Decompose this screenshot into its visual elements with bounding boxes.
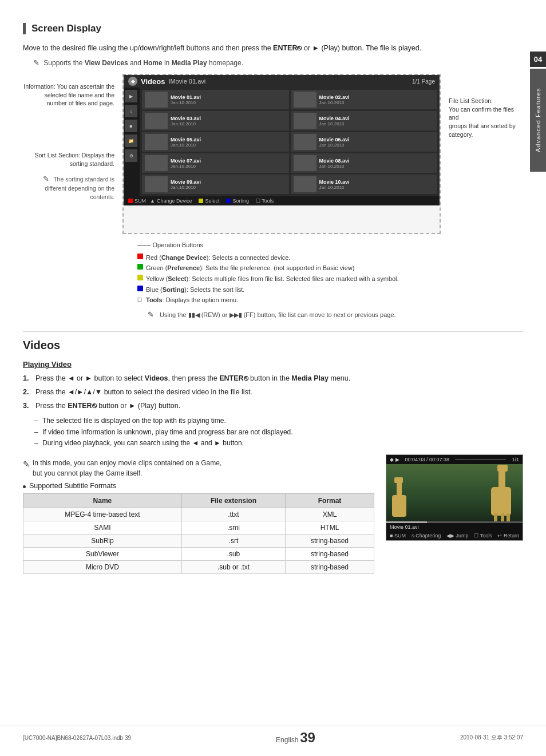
- tv-file-list: Movie 01.avi Jan.10.2010 Movie 02.avi Ja…: [140, 88, 440, 196]
- list-item: Movie 05.avi Jan.10.2010: [142, 132, 289, 152]
- bullet-2: If video time information is unknown, pl…: [34, 427, 523, 438]
- list-item: Movie 06.avi Jan.10.2010: [291, 132, 438, 152]
- bullet-3: During video playback, you can search us…: [34, 438, 523, 449]
- video-player-preview: ◆ ▶ 00:04:03 / 00:07:38 ────────────── 1…: [386, 454, 523, 574]
- videos-section: Videos Playing Video 1. Press the ◄ or ►…: [23, 339, 523, 574]
- op-item-red: Red (Change Device): Selects a connected…: [137, 252, 523, 263]
- table-cell: SAMI: [23, 521, 182, 535]
- giraffe-neck: [498, 470, 505, 490]
- file-thumbnail: [294, 92, 316, 108]
- screen-display-section: Screen Display Move to the desired file …: [23, 23, 523, 321]
- screen-display-intro: Move to the desired file using the up/do…: [23, 42, 523, 54]
- yellow-button-icon: [137, 275, 143, 280]
- annotation-sort-label: Sort List Section: Displays the sorting …: [35, 152, 114, 167]
- vp-progress-bar: [386, 521, 523, 523]
- bullet-1: The selected file is displayed on the to…: [34, 415, 523, 426]
- file-thumbnail: [294, 176, 316, 192]
- giraffe2-body: [392, 495, 406, 517]
- vp-icon: ◆ ▶: [390, 457, 399, 462]
- video-player-mock: ◆ ▶ 00:04:03 / 00:07:38 ────────────── 1…: [386, 454, 523, 541]
- giraffe-head: [497, 465, 508, 472]
- footer-file: [UC7000-NA]BN68-02627A-07L03.indb 39: [23, 735, 131, 741]
- tv-icon-video: ▶: [125, 90, 137, 102]
- tv-category-icons: ▶ ♫ ■ 📁 ⚙: [124, 88, 140, 196]
- giraffe-leg: [494, 513, 497, 521]
- annotation-file-list: File List Section:You can confirm the fi…: [449, 97, 516, 138]
- file-thumbnail: [294, 134, 316, 150]
- tv-icon-music: ♫: [125, 105, 137, 117]
- list-item: Movie 02.avi Jan.10.2010: [291, 90, 438, 109]
- vp-page: 1/1: [512, 457, 519, 462]
- table-header-extension: File extension: [181, 494, 285, 508]
- videos-lower-area: ✎ In this mode, you can enjoy movie clip…: [23, 454, 523, 574]
- list-item: Movie 10.avi Jan.10.2010: [291, 175, 438, 194]
- table-cell: .srt: [181, 535, 285, 548]
- giraffe-leg: [501, 513, 504, 521]
- file-thumbnail: [145, 155, 168, 171]
- tv-icon-folder: 📁: [125, 134, 137, 147]
- list-item: Movie 08.avi Jan.10.2010: [291, 153, 438, 173]
- list-item: Movie 01.avi Jan.10.2010: [142, 90, 289, 109]
- list-item: Movie 04.avi Jan.10.2010: [291, 111, 438, 130]
- list-item: Movie 07.avi Jan.10.2010: [142, 153, 289, 173]
- table-cell: .sub: [181, 548, 285, 561]
- tv-icon-photo: ■: [125, 120, 137, 132]
- vp-title-bar: Movie 01.avi: [386, 523, 523, 531]
- step-2: 2. Press the ◄/►/▲/▼ button to select th…: [23, 387, 523, 398]
- page-number: 39: [300, 730, 315, 745]
- tv-content-area: ▶ ♫ ■ 📁 ⚙ Movie 01.avi Jan.10.2010: [124, 88, 440, 196]
- op-note: ✎ Using the ▮▮◀ (REW) or ▶▶▮ (FF) button…: [148, 308, 523, 321]
- tv-current-file: IMovie 01.avi: [168, 78, 205, 85]
- table-row: SAMI .smi HTML: [23, 521, 374, 535]
- blue-button-icon: [137, 286, 143, 291]
- giraffe2-head: [394, 477, 403, 483]
- table-header-name: Name: [23, 494, 182, 508]
- table-cell: MPEG-4 time-based text: [23, 508, 182, 521]
- file-thumbnail: [294, 155, 316, 171]
- playing-video-steps: 1. Press the ◄ or ► button to select Vid…: [23, 373, 523, 411]
- step-3: 3. Press the ENTER⎋ button or ► (Play) b…: [23, 401, 523, 411]
- game-note: ✎ In this mode, you can enjoy movie clip…: [23, 458, 374, 478]
- table-cell: .sub or .txt: [181, 561, 285, 574]
- table-cell: string-based: [286, 548, 374, 561]
- table-cell: .ttxt: [181, 508, 285, 521]
- file-thumbnail: [145, 92, 168, 108]
- table-row: Micro DVD .sub or .txt string-based: [23, 561, 374, 574]
- tv-logo-icon: ◆: [128, 77, 137, 86]
- vp-screen: [386, 464, 523, 521]
- tv-icon-settings: ⚙: [125, 149, 137, 162]
- tv-ui-mock: ◆ Videos IMovie 01.avi 1/1 Page ▶ ♫ ■ 📁 …: [122, 74, 441, 234]
- tv-header: ◆ Videos IMovie 01.avi 1/1 Page: [124, 75, 440, 88]
- videos-title: Videos: [23, 339, 523, 352]
- table-row: MPEG-4 time-based text .ttxt XML: [23, 508, 374, 521]
- chapter-number: 04: [530, 52, 546, 67]
- operation-buttons-section: ─── Operation Buttons Red (Change Device…: [137, 240, 523, 321]
- section-divider: [23, 331, 523, 332]
- op-item-yellow: Yellow (Select): Selects multiple files …: [137, 274, 523, 284]
- footer-date: 2010-08-31 오후 3:52:07: [460, 734, 523, 742]
- table-cell: .smi: [181, 521, 285, 535]
- op-item-blue: Blue (Sorting): Selects the sort list.: [137, 284, 523, 295]
- page-footer: [UC7000-NA]BN68-02627A-07L03.indb 39 Eng…: [0, 726, 546, 746]
- page-lang: English: [276, 736, 298, 744]
- table-cell: string-based: [286, 535, 374, 548]
- right-annotation: File List Section:You can confirm the fi…: [449, 74, 523, 234]
- vp-giraffe-bg: [386, 464, 523, 521]
- screen-display-note: ✎ Supports the View Devices and Home in …: [33, 58, 523, 67]
- tv-section-title: Videos: [141, 77, 165, 86]
- vp-header: ◆ ▶ 00:04:03 / 00:07:38 ────────────── 1…: [386, 455, 523, 464]
- giraffe-leg: [507, 513, 510, 521]
- op-item-tools: ☐ Tools: Displays the option menu.: [137, 295, 523, 306]
- playing-video-bullets: The selected file is displayed on the to…: [34, 415, 523, 449]
- file-thumbnail: [294, 113, 316, 129]
- tv-page-indicator: 1/1 Page: [412, 78, 435, 85]
- table-cell: HTML: [286, 521, 374, 535]
- giraffe2-neck: [397, 481, 402, 497]
- annotation-info-label: Information: You can ascertain the selec…: [23, 83, 114, 106]
- vp-progress-fill: [386, 521, 427, 523]
- vp-time: 00:04:03 / 00:07:38: [405, 457, 450, 462]
- videos-lower-left: ✎ In this mode, you can enjoy movie clip…: [23, 454, 374, 574]
- red-button-icon: [137, 254, 143, 259]
- chapter-title: Advanced Features: [530, 69, 546, 172]
- list-item: Movie 09.avi Jan.10.2010: [142, 175, 289, 194]
